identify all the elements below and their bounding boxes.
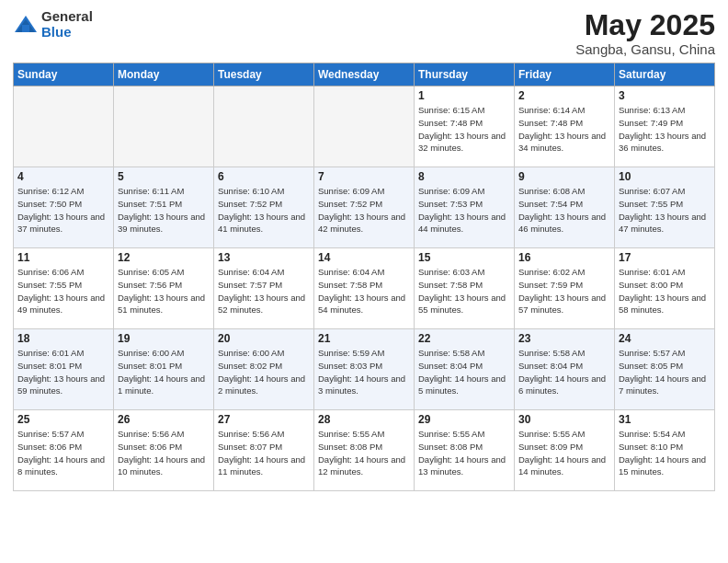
cal-cell-3-6: 16Sunrise: 6:02 AM Sunset: 7:59 PM Dayli… [515,248,615,329]
date-number: 9 [518,170,610,183]
week-row-1: 1Sunrise: 6:15 AM Sunset: 7:48 PM Daylig… [14,86,715,167]
cal-cell-5-3: 27Sunrise: 5:56 AM Sunset: 8:07 PM Dayli… [214,410,314,491]
cell-info: Sunrise: 5:54 AM Sunset: 8:10 PM Dayligh… [619,428,711,478]
cal-cell-4-5: 22Sunrise: 5:58 AM Sunset: 8:04 PM Dayli… [415,329,515,410]
date-number: 18 [17,332,109,345]
cell-info: Sunrise: 6:13 AM Sunset: 7:49 PM Dayligh… [619,104,711,155]
date-number: 27 [218,413,310,426]
cal-cell-1-2 [114,86,214,167]
cell-info: Sunrise: 6:07 AM Sunset: 7:55 PM Dayligh… [619,185,711,236]
cell-info: Sunrise: 5:55 AM Sunset: 8:09 PM Dayligh… [518,428,610,478]
day-header-sunday: Sunday [14,63,114,86]
cal-cell-5-2: 26Sunrise: 5:56 AM Sunset: 8:06 PM Dayli… [114,410,214,491]
cell-info: Sunrise: 6:09 AM Sunset: 7:53 PM Dayligh… [418,185,510,236]
cal-cell-2-5: 8Sunrise: 6:09 AM Sunset: 7:53 PM Daylig… [415,167,515,248]
date-number: 11 [17,251,109,264]
cell-info: Sunrise: 5:59 AM Sunset: 8:03 PM Dayligh… [318,347,410,397]
week-row-3: 11Sunrise: 6:06 AM Sunset: 7:55 PM Dayli… [14,248,715,329]
header: General Blue May 2025 Sangba, Gansu, Chi… [13,9,715,57]
cell-info: Sunrise: 6:02 AM Sunset: 7:59 PM Dayligh… [518,266,610,316]
day-header-friday: Friday [515,63,615,86]
cal-cell-2-2: 5Sunrise: 6:11 AM Sunset: 7:51 PM Daylig… [114,167,214,248]
cal-cell-5-4: 28Sunrise: 5:55 AM Sunset: 8:08 PM Dayli… [314,410,415,491]
day-header-thursday: Thursday [415,63,515,86]
calendar-table: SundayMondayTuesdayWednesdayThursdayFrid… [13,63,715,491]
cal-cell-1-4 [314,86,415,167]
cell-info: Sunrise: 6:00 AM Sunset: 8:02 PM Dayligh… [218,347,310,397]
cal-cell-4-3: 20Sunrise: 6:00 AM Sunset: 8:02 PM Dayli… [214,329,314,410]
cell-info: Sunrise: 6:15 AM Sunset: 7:48 PM Dayligh… [418,104,510,155]
date-number: 5 [118,170,210,183]
cal-cell-2-7: 10Sunrise: 6:07 AM Sunset: 7:55 PM Dayli… [615,167,715,248]
cell-info: Sunrise: 6:09 AM Sunset: 7:52 PM Dayligh… [318,185,410,236]
date-number: 15 [418,251,510,264]
header-row: SundayMondayTuesdayWednesdayThursdayFrid… [14,63,715,86]
date-number: 17 [619,251,711,264]
cal-cell-4-1: 18Sunrise: 6:01 AM Sunset: 8:01 PM Dayli… [14,329,114,410]
date-number: 20 [218,332,310,345]
date-number: 7 [318,170,410,183]
cal-cell-2-1: 4Sunrise: 6:12 AM Sunset: 7:50 PM Daylig… [14,167,114,248]
title-block: May 2025 Sangba, Gansu, China [575,9,715,57]
cell-info: Sunrise: 5:56 AM Sunset: 8:06 PM Dayligh… [118,428,210,478]
cal-cell-5-6: 30Sunrise: 5:55 AM Sunset: 8:09 PM Dayli… [515,410,615,491]
logo-icon [13,12,39,38]
cell-info: Sunrise: 6:03 AM Sunset: 7:58 PM Dayligh… [418,266,510,316]
svg-rect-2 [22,25,29,32]
date-number: 8 [418,170,510,183]
cell-info: Sunrise: 5:57 AM Sunset: 8:05 PM Dayligh… [619,347,711,397]
day-header-monday: Monday [114,63,214,86]
day-header-wednesday: Wednesday [314,63,415,86]
date-number: 14 [318,251,410,264]
date-number: 25 [17,413,109,426]
cal-cell-3-1: 11Sunrise: 6:06 AM Sunset: 7:55 PM Dayli… [14,248,114,329]
cal-cell-1-5: 1Sunrise: 6:15 AM Sunset: 7:48 PM Daylig… [415,86,515,167]
week-row-4: 18Sunrise: 6:01 AM Sunset: 8:01 PM Dayli… [14,329,715,410]
page: General Blue May 2025 Sangba, Gansu, Chi… [0,0,728,563]
date-number: 29 [418,413,510,426]
date-number: 3 [619,89,711,102]
cell-info: Sunrise: 5:57 AM Sunset: 8:06 PM Dayligh… [17,428,109,478]
cal-cell-3-3: 13Sunrise: 6:04 AM Sunset: 7:57 PM Dayli… [214,248,314,329]
date-number: 6 [218,170,310,183]
date-number: 19 [118,332,210,345]
cal-cell-5-5: 29Sunrise: 5:55 AM Sunset: 8:08 PM Dayli… [415,410,515,491]
date-number: 28 [318,413,410,426]
logo: General Blue [13,9,93,40]
date-number: 26 [118,413,210,426]
cal-cell-4-6: 23Sunrise: 5:58 AM Sunset: 8:04 PM Dayli… [515,329,615,410]
logo-blue-text: Blue [41,25,93,40]
date-number: 12 [118,251,210,264]
cell-info: Sunrise: 6:01 AM Sunset: 8:00 PM Dayligh… [619,266,711,316]
cell-info: Sunrise: 6:12 AM Sunset: 7:50 PM Dayligh… [17,185,109,236]
date-number: 13 [218,251,310,264]
cell-info: Sunrise: 6:11 AM Sunset: 7:51 PM Dayligh… [118,185,210,236]
date-number: 21 [318,332,410,345]
cal-cell-5-1: 25Sunrise: 5:57 AM Sunset: 8:06 PM Dayli… [14,410,114,491]
cal-cell-3-2: 12Sunrise: 6:05 AM Sunset: 7:56 PM Dayli… [114,248,214,329]
date-number: 24 [619,332,711,345]
cal-cell-1-1 [14,86,114,167]
main-title: May 2025 [575,9,715,41]
date-number: 22 [418,332,510,345]
cell-info: Sunrise: 6:05 AM Sunset: 7:56 PM Dayligh… [118,266,210,316]
cell-info: Sunrise: 6:04 AM Sunset: 7:57 PM Dayligh… [218,266,310,316]
date-number: 30 [518,413,610,426]
cal-cell-3-5: 15Sunrise: 6:03 AM Sunset: 7:58 PM Dayli… [415,248,515,329]
cell-info: Sunrise: 6:00 AM Sunset: 8:01 PM Dayligh… [118,347,210,397]
cal-cell-2-4: 7Sunrise: 6:09 AM Sunset: 7:52 PM Daylig… [314,167,415,248]
cell-info: Sunrise: 5:58 AM Sunset: 8:04 PM Dayligh… [418,347,510,397]
cell-info: Sunrise: 6:08 AM Sunset: 7:54 PM Dayligh… [518,185,610,236]
cal-cell-3-7: 17Sunrise: 6:01 AM Sunset: 8:00 PM Dayli… [615,248,715,329]
date-number: 23 [518,332,610,345]
week-row-2: 4Sunrise: 6:12 AM Sunset: 7:50 PM Daylig… [14,167,715,248]
logo-text: General Blue [41,9,93,40]
date-number: 2 [518,89,610,102]
week-row-5: 25Sunrise: 5:57 AM Sunset: 8:06 PM Dayli… [14,410,715,491]
cal-cell-1-3 [214,86,314,167]
cal-cell-3-4: 14Sunrise: 6:04 AM Sunset: 7:58 PM Dayli… [314,248,415,329]
date-number: 16 [518,251,610,264]
cell-info: Sunrise: 5:55 AM Sunset: 8:08 PM Dayligh… [318,428,410,478]
cal-cell-4-4: 21Sunrise: 5:59 AM Sunset: 8:03 PM Dayli… [314,329,415,410]
cal-cell-2-3: 6Sunrise: 6:10 AM Sunset: 7:52 PM Daylig… [214,167,314,248]
